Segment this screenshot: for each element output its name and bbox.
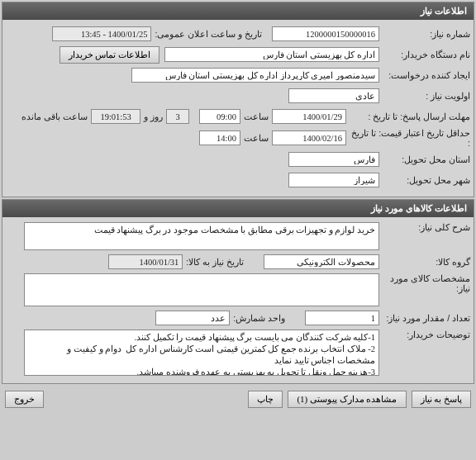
deadline-label: مهلت ارسال پاسخ: تا تاریخ : <box>346 111 470 121</box>
min-validity-date-field[interactable] <box>272 130 346 145</box>
remaining-label: ساعت باقی مانده <box>18 111 91 121</box>
goods-info-panel: اطلاعات کالاهای مورد نیاز شرح کلی نیاز: … <box>2 199 474 384</box>
contact-buyer-button[interactable]: اطلاعات تماس خریدار <box>60 46 160 64</box>
deadline-date-field[interactable] <box>272 109 346 124</box>
priority-field[interactable] <box>288 88 379 103</box>
print-button[interactable]: چاپ <box>248 391 283 408</box>
panel2-header: اطلاعات کالاهای مورد نیاز <box>2 200 474 217</box>
countdown-field <box>91 109 140 124</box>
need-date-field <box>108 254 183 269</box>
spec-label: مشخصات کالای مورد نیاز: <box>379 273 470 293</box>
exit-button[interactable]: خروج <box>5 391 44 408</box>
group-field[interactable] <box>264 254 379 269</box>
days-remaining-field <box>166 109 189 124</box>
action-bar: پاسخ به نیاز مشاهده مدارک پیوستی (1) چاپ… <box>0 386 476 413</box>
min-validity-time-field[interactable] <box>199 130 240 145</box>
need-info-panel: اطلاعات نیاز شماره نیاز: تاریخ و ساعت اع… <box>2 2 474 197</box>
buyer-field[interactable] <box>164 47 379 62</box>
announce-label: تاریخ و ساعت اعلان عمومی: <box>151 29 265 39</box>
qty-field[interactable] <box>305 311 379 325</box>
respond-button[interactable]: پاسخ به نیاز <box>412 391 472 408</box>
province-label: استان محل تحویل: <box>379 154 470 164</box>
need-no-field[interactable] <box>272 26 379 41</box>
unit-label: واحد شمارش: <box>230 313 288 323</box>
deadline-time-field[interactable] <box>199 109 240 124</box>
time-label1: ساعت <box>240 111 272 121</box>
creator-label: ایجاد کننده درخواست: <box>379 70 470 80</box>
days-label: روز و <box>140 111 166 121</box>
qty-label: تعداد / مقدار مورد نیاز: <box>379 313 470 323</box>
min-validity-label: حداقل تاریخ اعتبار قیمت: تا تاریخ : <box>346 128 470 148</box>
announce-field <box>52 26 151 41</box>
creator-field[interactable] <box>131 68 379 83</box>
desc-textarea[interactable] <box>24 222 379 250</box>
city-label: شهر محل تحویل: <box>379 175 470 185</box>
buyer-label: نام دستگاه خریدار: <box>379 50 470 59</box>
notes-label: توضیحات خریدار: <box>379 330 470 339</box>
priority-label: اولویت نیاز : <box>379 91 470 101</box>
attachments-button[interactable]: مشاهده مدارک پیوستی (1) <box>288 391 406 408</box>
group-label: گروه کالا: <box>379 257 470 267</box>
province-field[interactable] <box>288 152 379 167</box>
city-field[interactable] <box>288 173 379 187</box>
desc-label: شرح کلی نیاز: <box>379 222 470 232</box>
unit-field[interactable] <box>155 311 230 325</box>
panel1-header: اطلاعات نیاز <box>2 2 474 20</box>
need-no-label: شماره نیاز: <box>379 29 470 39</box>
notes-textarea[interactable] <box>24 330 379 376</box>
time-label2: ساعت <box>240 133 272 143</box>
need-date-label: تاریخ نیاز به کالا: <box>183 257 247 267</box>
spec-textarea[interactable] <box>24 273 379 306</box>
